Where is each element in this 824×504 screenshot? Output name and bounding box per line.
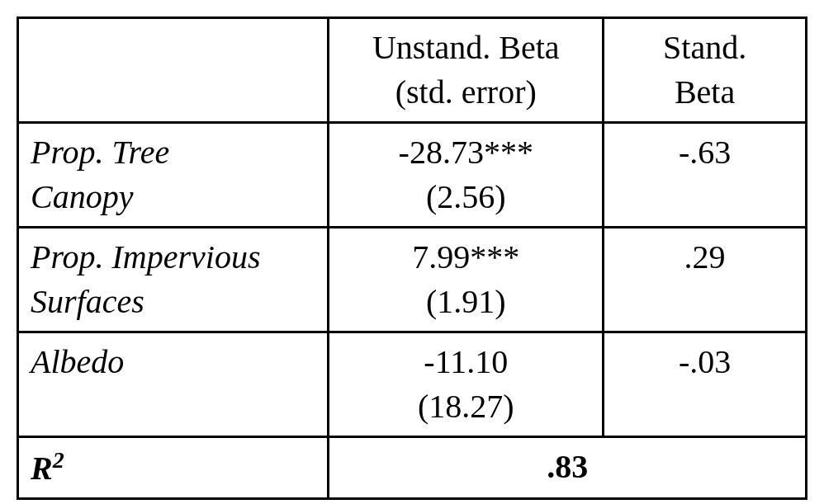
table-row: Albedo -11.10 (18.27) -.03 xyxy=(18,332,807,437)
table-row: Prop. Impervious Surfaces 7.99*** (1.91)… xyxy=(18,228,807,332)
table-footer-row: R2 .83 xyxy=(18,437,807,499)
footer-label: R2 xyxy=(18,437,329,499)
row-beta-line2: (1.91) xyxy=(341,280,590,324)
row-beta-line2: (2.56) xyxy=(341,175,590,219)
header-col2-line2: (std. error) xyxy=(341,70,590,115)
table-row: Prop. Tree Canopy -28.73*** (2.56) -.63 xyxy=(18,123,807,228)
header-col3-line1: Stand. xyxy=(616,26,793,70)
row-beta-line1: -28.73*** xyxy=(341,130,590,175)
footer-sup: 2 xyxy=(53,447,64,473)
footer-value: .83 xyxy=(329,437,807,499)
row-label-line1: Prop. Tree xyxy=(31,130,315,175)
row-stand: -.63 xyxy=(604,123,807,228)
row-label-line2: Canopy xyxy=(31,175,315,219)
row-label-line1: Prop. Impervious xyxy=(31,235,315,280)
row-beta: -11.10 (18.27) xyxy=(329,332,604,437)
row-label: Albedo xyxy=(18,332,329,437)
regression-table: Unstand. Beta (std. error) Stand. Beta P… xyxy=(17,16,807,500)
header-col2-line1: Unstand. Beta xyxy=(341,26,590,70)
row-label-line1: Albedo xyxy=(31,340,315,384)
row-label: Prop. Tree Canopy xyxy=(18,123,329,228)
table-header-row: Unstand. Beta (std. error) Stand. Beta xyxy=(18,18,807,123)
row-label: Prop. Impervious Surfaces xyxy=(18,228,329,332)
row-beta-line2-empty xyxy=(31,384,315,429)
row-label-line2: Surfaces xyxy=(31,280,315,324)
row-beta: -28.73*** (2.56) xyxy=(329,123,604,228)
row-beta-line1: 7.99*** xyxy=(341,235,590,280)
row-stand: .29 xyxy=(604,228,807,332)
footer-r: R xyxy=(31,450,53,487)
header-stand-beta: Stand. Beta xyxy=(604,18,807,123)
row-beta-line1: -11.10 xyxy=(341,340,590,384)
row-beta-line2: (18.27) xyxy=(341,384,590,429)
header-col3-line2: Beta xyxy=(616,70,793,115)
header-unstand-beta: Unstand. Beta (std. error) xyxy=(329,18,604,123)
row-stand: -.03 xyxy=(604,332,807,437)
row-beta: 7.99*** (1.91) xyxy=(329,228,604,332)
header-blank xyxy=(18,18,329,123)
